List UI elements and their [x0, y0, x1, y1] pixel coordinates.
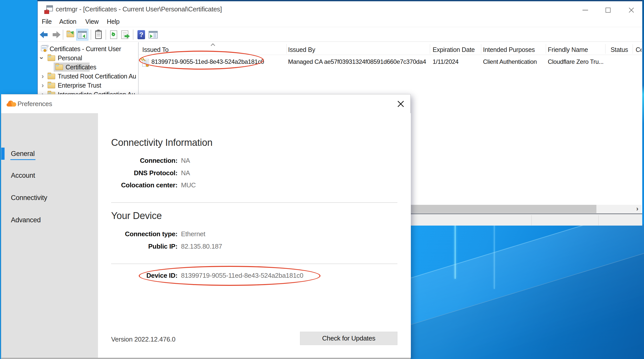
nav-connectivity[interactable]: Connectivity [1, 192, 98, 204]
section-divider [111, 264, 397, 264]
column-separator[interactable] [286, 44, 287, 54]
tree-item-certificates[interactable]: Certificates [38, 63, 138, 72]
paste-button[interactable] [95, 30, 105, 39]
certmgr-titlebar[interactable]: certmgr - [Certificates - Current User\P… [38, 3, 642, 16]
maximize-icon [606, 8, 611, 13]
cell-purposes: Client Authentication [483, 55, 537, 70]
tree-item-label: Enterprise Trust [58, 81, 101, 90]
field-label: Colocation center: [94, 181, 177, 189]
field-value: MUC [181, 181, 196, 189]
menu-bar: File Action View Help [38, 16, 642, 27]
refresh-button[interactable] [110, 30, 120, 39]
nav-general[interactable]: General [1, 148, 98, 160]
column-separator[interactable] [481, 44, 481, 54]
dialog-title: Preferences [17, 94, 52, 113]
menu-file[interactable]: File [40, 16, 53, 27]
folder-icon [55, 65, 63, 70]
maximize-button[interactable] [602, 5, 614, 15]
column-separator[interactable] [546, 44, 546, 54]
column-separator[interactable] [430, 44, 430, 54]
toolbar-separator [91, 30, 91, 40]
desktop-edge-strip [642, 0, 644, 224]
toolbar-separator [133, 30, 133, 40]
tree-item-enterprise-trust[interactable]: › Enterprise Trust [38, 81, 138, 90]
minimize-icon [582, 10, 588, 10]
check-for-updates-button[interactable]: Check for Updates [300, 332, 397, 345]
section-heading-your-device: Your Device [111, 210, 162, 221]
certificate-store-icon [41, 45, 49, 53]
folder-icon [48, 55, 55, 61]
preferences-content: Connectivity Information Connection: NA … [98, 113, 411, 358]
cell-issued-by: Managed CA ae57f03931324f08591d660e7c370… [288, 55, 426, 70]
action-pane-icon [149, 31, 158, 38]
help-icon: ? [137, 30, 145, 39]
field-label: Connection type: [94, 230, 177, 238]
active-nav-underline [10, 159, 35, 160]
refresh-icon [110, 30, 117, 39]
field-label: Public IP: [94, 243, 177, 250]
column-header-friendly[interactable]: Friendly Name [548, 43, 604, 55]
section-divider [111, 202, 397, 203]
field-value: NA [181, 169, 190, 177]
dialog-close-button[interactable] [394, 97, 407, 111]
forward-button[interactable] [51, 30, 61, 39]
column-header-issued-by[interactable]: Issued By [288, 43, 427, 55]
column-header-template[interactable]: Ce [636, 43, 641, 55]
cell-friendly: Cloudflare Zero Tru... [548, 55, 603, 70]
show-action-pane-button[interactable] [149, 31, 158, 40]
annotation-ellipse-certificate [139, 51, 264, 70]
export-list-button[interactable] [121, 30, 131, 39]
toolbar-separator [63, 30, 63, 40]
field-value: Ethernet [181, 230, 205, 238]
column-header-status[interactable]: Status [611, 43, 631, 55]
back-arrow-icon [40, 30, 49, 39]
scrollbar-right-arrow[interactable]: › [633, 205, 641, 213]
close-button[interactable] [626, 5, 637, 15]
nav-label: Connectivity [11, 194, 47, 202]
export-list-icon [121, 30, 128, 39]
minimize-button[interactable] [580, 5, 591, 15]
tree-item-label: Certificates - Current User [50, 44, 121, 53]
forward-arrow-icon [51, 30, 61, 39]
menu-action[interactable]: Action [58, 16, 78, 27]
tree-item-certificates-current-user[interactable]: Certificates - Current User [38, 44, 138, 53]
tree-item-trusted-root[interactable]: › Trusted Root Certification Au [38, 72, 138, 81]
tree-item-label: Trusted Root Certification Au [58, 72, 136, 81]
field-label: DNS Protocol: [94, 169, 177, 177]
field-value: 82.135.80.187 [181, 243, 222, 250]
nav-account[interactable]: Account [1, 169, 98, 182]
chevron-expanded-icon[interactable]: › [38, 57, 46, 59]
cloudflare-logo-icon [6, 101, 16, 107]
certmgr-app-icon [44, 5, 53, 14]
nav-label: General [11, 150, 35, 157]
field-value: NA [181, 157, 190, 165]
status-separator [598, 215, 599, 225]
menu-view[interactable]: View [84, 16, 100, 27]
chevron-collapsed-icon[interactable]: › [42, 81, 44, 89]
preferences-header[interactable]: Preferences [1, 94, 410, 113]
column-header-purposes[interactable]: Intended Purposes [483, 43, 544, 55]
folder-icon [48, 74, 55, 79]
back-button[interactable] [40, 30, 49, 39]
folder-icon [48, 83, 55, 88]
toolbar: ? [38, 27, 642, 42]
show-console-tree-button[interactable] [76, 29, 88, 41]
help-button[interactable]: ? [137, 30, 147, 39]
column-separator[interactable] [633, 44, 633, 54]
window-title: certmgr - [Certificates - Current User\P… [56, 3, 222, 16]
version-text: Version 2022.12.476.0 [111, 335, 175, 343]
field-label: Connection: [94, 157, 177, 165]
column-header-expiration[interactable]: Expiration Date [433, 43, 479, 55]
dialog-bottom-edge [1, 358, 410, 359]
chevron-collapsed-icon[interactable]: › [42, 72, 44, 80]
column-separator[interactable] [605, 44, 606, 54]
status-separator [531, 215, 532, 225]
preferences-dialog: Preferences General Account Connectivity… [1, 94, 411, 359]
tree-item-personal[interactable]: › Personal [38, 53, 138, 63]
export-folder-button[interactable] [67, 32, 76, 41]
tree-item-label: Personal [58, 53, 82, 63]
cell-expiration: 1/11/2024 [433, 55, 458, 70]
menu-help[interactable]: Help [105, 16, 121, 27]
nav-advanced[interactable]: Advanced [1, 214, 98, 226]
nav-label: Account [11, 172, 35, 179]
